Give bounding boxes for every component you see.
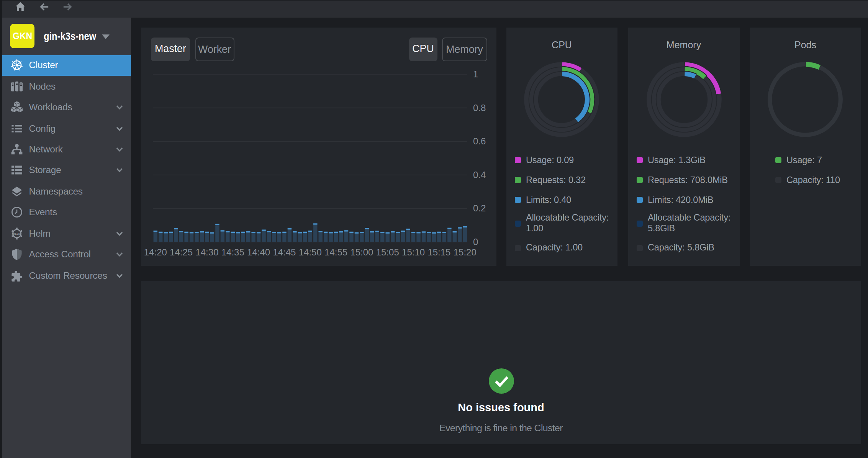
svg-text:15:15: 15:15 — [427, 247, 450, 257]
svg-text:0.8: 0.8 — [473, 103, 486, 113]
svg-text:14:40: 14:40 — [247, 247, 270, 257]
svg-text:0.2: 0.2 — [473, 203, 486, 213]
svg-text:14:25: 14:25 — [170, 247, 193, 257]
svg-text:HELM: HELM — [13, 232, 21, 235]
svg-text:15:10: 15:10 — [402, 247, 425, 257]
svg-text:0.4: 0.4 — [473, 170, 486, 180]
svg-text:0: 0 — [473, 237, 478, 247]
svg-text:15:05: 15:05 — [376, 247, 399, 257]
svg-text:15:00: 15:00 — [350, 247, 373, 257]
svg-text:0.6: 0.6 — [473, 136, 486, 146]
svg-text:15:20: 15:20 — [454, 247, 477, 257]
svg-text:14:20: 14:20 — [144, 247, 167, 257]
svg-text:14:50: 14:50 — [299, 247, 322, 257]
svg-text:14:45: 14:45 — [273, 247, 296, 257]
svg-text:14:35: 14:35 — [221, 247, 244, 257]
svg-text:14:55: 14:55 — [324, 247, 347, 257]
svg-text:14:30: 14:30 — [195, 247, 218, 257]
svg-text:1: 1 — [473, 69, 478, 79]
